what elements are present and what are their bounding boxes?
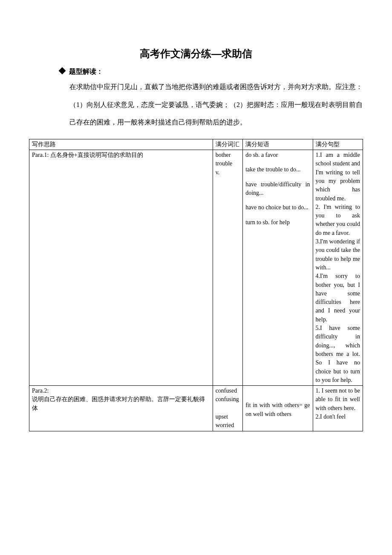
col-header-idea: 写作思路 — [29, 139, 213, 150]
phrase-item: take the trouble to do... — [245, 165, 310, 174]
phrase-item: have trouble/difficulty in doing... — [245, 180, 310, 198]
cell-idea: Para.1: 点名身份+直接说明写信的求助目的 — [29, 150, 213, 386]
table-header-row: 写作思路 满分词汇 满分短语 满分句型 — [29, 139, 363, 150]
table-row: Para.2: 说明自己存在的困难、困惑并请求对方的帮助。言辞一定要礼貌得体co… — [29, 386, 363, 431]
cell-sentences: 1. I seem not to be able to fit in well … — [313, 386, 363, 431]
diamond-bullet-icon — [59, 67, 66, 75]
col-header-phrases: 满分短语 — [243, 139, 313, 150]
section-header: 题型解读： — [60, 67, 363, 76]
section-label: 题型解读： — [69, 68, 103, 75]
cell-phrases: do sb. a favortake the trouble to do...h… — [243, 150, 313, 386]
page-title: 高考作文满分练—求助信 — [29, 47, 363, 61]
writing-table: 写作思路 满分词汇 满分短语 满分句型 Para.1: 点名身份+直接说明写信的… — [29, 139, 363, 431]
phrase-item: fit in with with others= ge on well with… — [245, 401, 310, 419]
cell-vocab: bother trouble v. — [213, 150, 242, 386]
cell-phrases: fit in with with others= ge on well with… — [243, 386, 313, 431]
intro-paragraph: 在求助信中应开门见山，直截了当地把你遇到的难题或者困惑告诉对方，并向对方求助。应… — [69, 78, 363, 131]
col-header-vocab: 满分词汇 — [213, 139, 242, 150]
phrase-item: have no choice but to do... — [245, 203, 310, 212]
phrase-item: turn to sb. for help — [245, 218, 310, 227]
cell-idea: Para.2: 说明自己存在的困难、困惑并请求对方的帮助。言辞一定要礼貌得体 — [29, 386, 213, 431]
cell-vocab: confused confusing upset worried — [213, 386, 242, 431]
col-header-sentences: 满分句型 — [313, 139, 363, 150]
cell-sentences: 1.I am a middle school student and I'm w… — [313, 150, 363, 386]
table-row: Para.1: 点名身份+直接说明写信的求助目的bother trouble v… — [29, 150, 363, 386]
phrase-item — [245, 387, 310, 395]
phrase-item: do sb. a favor — [245, 151, 310, 159]
